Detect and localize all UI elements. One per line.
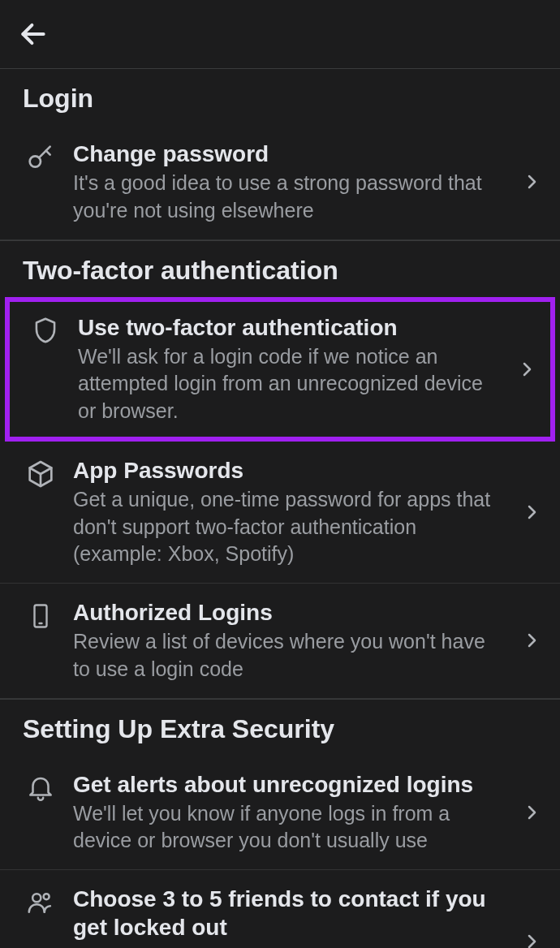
chevron-right-icon — [519, 170, 544, 194]
item-change-password[interactable]: Change password It's a good idea to use … — [0, 125, 560, 240]
item-get-alerts[interactable]: Get alerts about unrecognized logins We'… — [0, 756, 560, 871]
item-title: App Passwords — [73, 456, 505, 485]
item-use-2fa[interactable]: Use two-factor authentication We'll ask … — [5, 297, 555, 442]
chevron-right-icon — [515, 357, 539, 381]
phone-icon — [23, 598, 58, 632]
key-icon — [23, 140, 58, 174]
section-header-2fa: Two-factor authentication — [0, 240, 560, 297]
item-trusted-contacts[interactable]: Choose 3 to 5 friends to contact if you … — [0, 870, 560, 948]
item-content: Change password It's a good idea to use … — [73, 140, 505, 225]
bell-icon — [23, 770, 58, 803]
item-app-passwords[interactable]: App Passwords Get a unique, one-time pas… — [0, 442, 560, 584]
item-desc: Your trusted contacts can send a code an… — [73, 943, 505, 948]
chevron-right-icon — [519, 800, 544, 825]
cube-icon — [23, 456, 58, 490]
item-authorized-logins[interactable]: Authorized Logins Review a list of devic… — [0, 584, 560, 699]
item-title: Choose 3 to 5 friends to contact if you … — [73, 885, 505, 942]
item-content: App Passwords Get a unique, one-time pas… — [73, 456, 505, 568]
item-content: Get alerts about unrecognized logins We'… — [73, 770, 505, 855]
item-title: Change password — [73, 140, 505, 168]
item-title: Use two-factor authentication — [78, 313, 500, 342]
people-icon — [23, 885, 58, 917]
svg-line-3 — [46, 151, 50, 155]
header-bar — [0, 0, 560, 69]
item-desc: We'll ask for a login code if we notice … — [78, 343, 500, 425]
item-content: Choose 3 to 5 friends to contact if you … — [73, 885, 505, 948]
item-content: Use two-factor authentication We'll ask … — [78, 313, 500, 425]
item-desc: We'll let you know if anyone logs in fro… — [73, 800, 505, 855]
item-desc: It's a good idea to use a strong passwor… — [73, 170, 505, 225]
chevron-right-icon — [519, 929, 544, 948]
item-desc: Review a list of devices where you won't… — [73, 628, 505, 683]
shield-icon — [28, 313, 63, 346]
back-button[interactable] — [18, 19, 49, 50]
section-header-login: Login — [0, 69, 560, 125]
item-title: Get alerts about unrecognized logins — [73, 770, 505, 799]
section-header-extra-security: Setting Up Extra Security — [0, 699, 560, 756]
item-title: Authorized Logins — [73, 598, 505, 627]
item-desc: Get a unique, one-time password for apps… — [73, 486, 505, 568]
chevron-right-icon — [519, 500, 544, 524]
chevron-right-icon — [519, 628, 544, 653]
item-content: Authorized Logins Review a list of devic… — [73, 598, 505, 683]
svg-point-8 — [44, 894, 50, 899]
svg-point-7 — [32, 894, 41, 902]
